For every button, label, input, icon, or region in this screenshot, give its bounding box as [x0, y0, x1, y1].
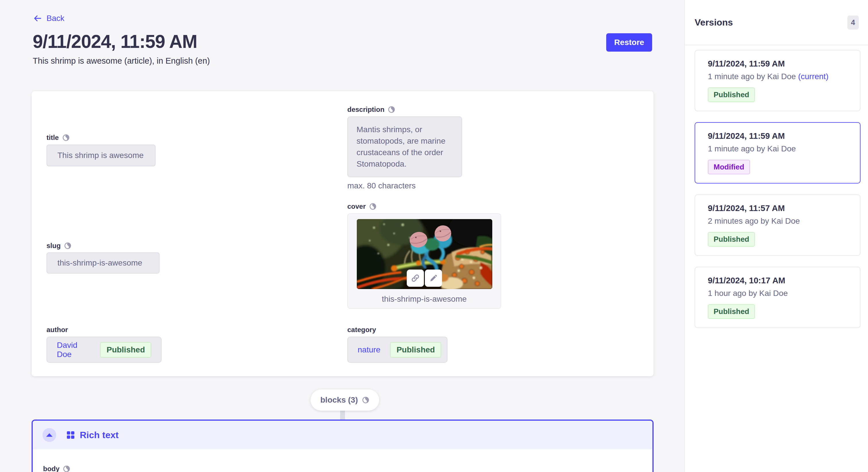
rich-text-block-title: Rich text: [80, 430, 119, 440]
category-status-badge: Published: [390, 342, 441, 358]
chevron-up-icon: [46, 433, 53, 437]
version-content-card: title This shrimp is awesome description…: [32, 91, 654, 376]
collapse-toggle-button[interactable]: [42, 428, 56, 442]
version-card[interactable]: 9/11/2024, 11:59 AM 1 minute ago by Kai …: [694, 50, 861, 111]
cover-caption: this-shrimp-is-awesome: [348, 295, 501, 304]
blocks-field-pill[interactable]: blocks (3): [311, 390, 379, 411]
versions-sidebar: Versions 4 9/11/2024, 11:59 AM 1 minute …: [684, 0, 868, 472]
body-field-label: body: [43, 465, 652, 472]
author-relation-box: David Doe Published: [46, 337, 162, 363]
component-grid-icon: [67, 431, 74, 439]
globe-icon: [388, 106, 395, 113]
cover-field-label: cover: [347, 202, 377, 210]
version-status-badge: Published: [708, 232, 755, 247]
version-card-selected[interactable]: 9/11/2024, 11:59 AM 1 minute ago by Kai …: [694, 122, 861, 183]
version-meta: 1 minute ago by Kai Doe (current): [708, 72, 847, 81]
blocks-pill-label: blocks (3): [320, 396, 358, 405]
restore-button[interactable]: Restore: [606, 33, 652, 52]
rich-text-block-header[interactable]: Rich text: [33, 421, 652, 449]
versions-header: Versions 4: [685, 0, 868, 45]
current-version-label[interactable]: (current): [798, 72, 828, 81]
slug-input[interactable]: this-shrimp-is-awesome: [46, 252, 160, 274]
rich-text-block-body: body: [33, 449, 652, 472]
globe-icon: [362, 396, 369, 404]
main-region: Back 9/11/2024, 11:59 AM This shrimp is …: [0, 0, 684, 472]
version-date: 9/11/2024, 10:17 AM: [708, 276, 847, 285]
globe-icon: [62, 134, 70, 141]
versions-title: Versions: [694, 17, 733, 28]
cover-media-card: this-shrimp-is-awesome: [347, 213, 501, 309]
author-relation-link[interactable]: David Doe: [57, 341, 90, 359]
version-meta: 2 minutes ago by Kai Doe: [708, 216, 847, 226]
page-title: 9/11/2024, 11:59 AM: [33, 31, 197, 52]
author-field-label: author: [46, 326, 68, 334]
rich-text-block: Rich text body: [32, 419, 654, 472]
copy-link-button[interactable]: [407, 270, 424, 287]
versions-list: 9/11/2024, 11:59 AM 1 minute ago by Kai …: [685, 45, 868, 328]
globe-icon: [63, 465, 70, 472]
link-icon: [411, 274, 420, 283]
category-relation-box: nature Published: [347, 337, 447, 363]
version-card[interactable]: 9/11/2024, 11:57 AM 2 minutes ago by Kai…: [694, 194, 861, 256]
description-textarea[interactable]: Mantis shrimps, or stomatopods, are mari…: [347, 116, 462, 177]
version-status-badge: Published: [708, 88, 755, 102]
title-input[interactable]: This shrimp is awesome: [46, 144, 156, 166]
globe-icon: [64, 242, 71, 249]
title-field-label: title: [46, 134, 70, 142]
pencil-icon: [429, 274, 438, 283]
back-label: Back: [46, 14, 64, 23]
page-subtitle: This shrimp is awesome (article), in Eng…: [33, 56, 210, 66]
version-meta: 1 hour ago by Kai Doe: [708, 289, 847, 298]
rich-text-title-wrap: Rich text: [67, 430, 119, 440]
version-meta: 1 minute ago by Kai Doe: [708, 144, 847, 154]
back-link[interactable]: Back: [33, 14, 64, 23]
edit-asset-button[interactable]: [425, 270, 442, 287]
description-hint: max. 80 characters: [347, 181, 415, 191]
description-field-label: description: [347, 105, 395, 113]
back-arrow-icon: [33, 14, 42, 23]
category-field-label: category: [347, 326, 376, 334]
cover-actions: [348, 270, 501, 287]
author-status-badge: Published: [100, 342, 151, 358]
versions-count-badge: 4: [847, 15, 859, 30]
category-relation-link[interactable]: nature: [358, 345, 380, 355]
version-status-badge: Published: [708, 304, 755, 319]
version-date: 9/11/2024, 11:59 AM: [708, 131, 847, 141]
version-status-badge: Modified: [708, 160, 750, 174]
version-date: 9/11/2024, 11:59 AM: [708, 59, 847, 69]
version-date: 9/11/2024, 11:57 AM: [708, 204, 847, 213]
globe-icon: [369, 203, 377, 210]
version-card[interactable]: 9/11/2024, 10:17 AM 1 hour ago by Kai Do…: [694, 267, 861, 328]
slug-field-label: slug: [46, 242, 71, 250]
